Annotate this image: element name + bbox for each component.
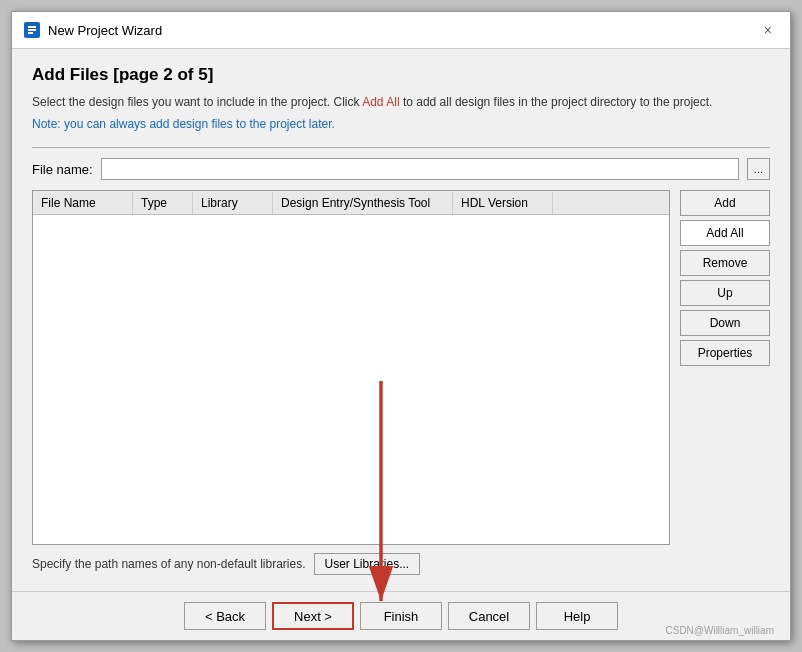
col-header-filename: File Name <box>33 192 133 214</box>
divider <box>32 147 770 148</box>
file-name-row: File name: ... <box>32 158 770 180</box>
cancel-button[interactable]: Cancel <box>448 602 530 630</box>
svg-rect-2 <box>28 29 36 31</box>
wizard-icon <box>24 22 40 38</box>
user-libraries-button[interactable]: User Libraries... <box>314 553 421 575</box>
close-button[interactable]: × <box>758 20 778 40</box>
dialog-title: New Project Wizard <box>48 23 162 38</box>
side-buttons: Add Add All Remove Up Down Properties <box>680 190 770 545</box>
file-input[interactable] <box>101 158 739 180</box>
footer: < Back Next > Finish Cancel Help CSDN@Wi… <box>12 591 790 640</box>
file-label: File name: <box>32 162 93 177</box>
description-line2: Note: you can always add design files to… <box>32 115 770 133</box>
back-button[interactable]: < Back <box>184 602 266 630</box>
svg-rect-3 <box>28 32 33 34</box>
col-header-type: Type <box>133 192 193 214</box>
add-button[interactable]: Add <box>680 190 770 216</box>
main-area: File Name Type Library Design Entry/Synt… <box>32 190 770 545</box>
file-table: File Name Type Library Design Entry/Synt… <box>32 190 670 545</box>
title-bar: New Project Wizard × <box>12 12 790 49</box>
bottom-label-row: Specify the path names of any non-defaul… <box>32 553 770 575</box>
description-line1: Select the design files you want to incl… <box>32 93 770 111</box>
col-header-library: Library <box>193 192 273 214</box>
browse-button[interactable]: ... <box>747 158 770 180</box>
remove-button[interactable]: Remove <box>680 250 770 276</box>
page-heading: Add Files [page 2 of 5] <box>32 65 770 85</box>
bottom-label-text: Specify the path names of any non-defaul… <box>32 557 306 571</box>
col-header-hdl: HDL Version <box>453 192 553 214</box>
up-button[interactable]: Up <box>680 280 770 306</box>
add-all-highlight: Add All <box>362 95 399 109</box>
help-button[interactable]: Help <box>536 602 618 630</box>
table-body <box>33 215 669 515</box>
add-all-button[interactable]: Add All <box>680 220 770 246</box>
next-button[interactable]: Next > <box>272 602 354 630</box>
svg-rect-1 <box>28 26 36 28</box>
col-header-design: Design Entry/Synthesis Tool <box>273 192 453 214</box>
finish-button[interactable]: Finish <box>360 602 442 630</box>
down-button[interactable]: Down <box>680 310 770 336</box>
properties-button[interactable]: Properties <box>680 340 770 366</box>
table-header: File Name Type Library Design Entry/Synt… <box>33 191 669 215</box>
watermark: CSDN@Willliam_william <box>666 625 775 636</box>
